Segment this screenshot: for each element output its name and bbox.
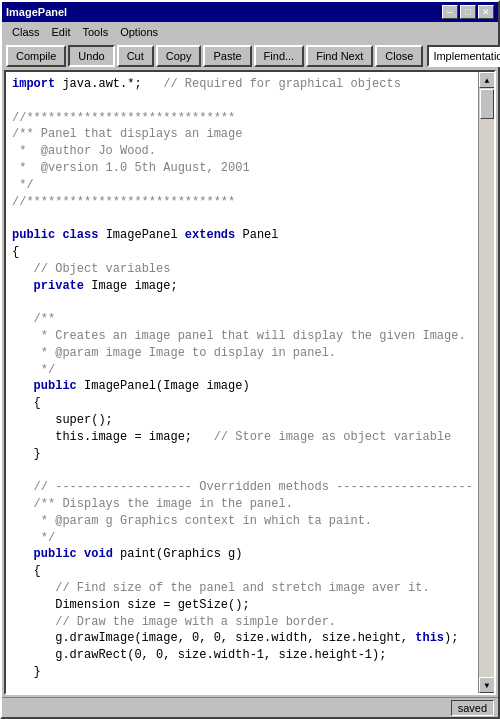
toolbar: Compile Undo Cut Copy Paste Find... Find… bbox=[2, 42, 498, 70]
title-bar-buttons: ─ □ ✕ bbox=[442, 5, 494, 19]
status-bar: saved bbox=[2, 697, 498, 717]
undo-button[interactable]: Undo bbox=[68, 45, 114, 67]
editor-area: import java.awt.*; // Required for graph… bbox=[4, 70, 496, 695]
window-title: ImagePanel bbox=[6, 6, 67, 18]
menu-edit[interactable]: Edit bbox=[46, 24, 77, 40]
paste-button[interactable]: Paste bbox=[203, 45, 251, 67]
view-dropdown[interactable]: Implementation ▼ bbox=[427, 45, 500, 67]
find-button[interactable]: Find... bbox=[254, 45, 305, 67]
dropdown-value: Implementation bbox=[433, 50, 500, 62]
close-editor-button[interactable]: Close bbox=[375, 45, 423, 67]
maximize-button[interactable]: □ bbox=[460, 5, 476, 19]
close-button[interactable]: ✕ bbox=[478, 5, 494, 19]
menu-bar: Class Edit Tools Options bbox=[2, 22, 498, 42]
cut-button[interactable]: Cut bbox=[117, 45, 154, 67]
code-editor[interactable]: import java.awt.*; // Required for graph… bbox=[6, 72, 478, 693]
scroll-down-button[interactable]: ▼ bbox=[479, 677, 495, 693]
vertical-scrollbar[interactable]: ▲ ▼ bbox=[478, 72, 494, 693]
menu-options[interactable]: Options bbox=[114, 24, 164, 40]
find-next-button[interactable]: Find Next bbox=[306, 45, 373, 67]
menu-tools[interactable]: Tools bbox=[76, 24, 114, 40]
scroll-thumb[interactable] bbox=[480, 89, 494, 119]
compile-button[interactable]: Compile bbox=[6, 45, 66, 67]
title-bar: ImagePanel ─ □ ✕ bbox=[2, 2, 498, 22]
copy-button[interactable]: Copy bbox=[156, 45, 202, 67]
scroll-up-button[interactable]: ▲ bbox=[479, 72, 495, 88]
status-text: saved bbox=[451, 700, 494, 716]
scroll-track[interactable] bbox=[479, 88, 494, 677]
menu-class[interactable]: Class bbox=[6, 24, 46, 40]
main-window: ImagePanel ─ □ ✕ Class Edit Tools Option… bbox=[0, 0, 500, 719]
minimize-button[interactable]: ─ bbox=[442, 5, 458, 19]
